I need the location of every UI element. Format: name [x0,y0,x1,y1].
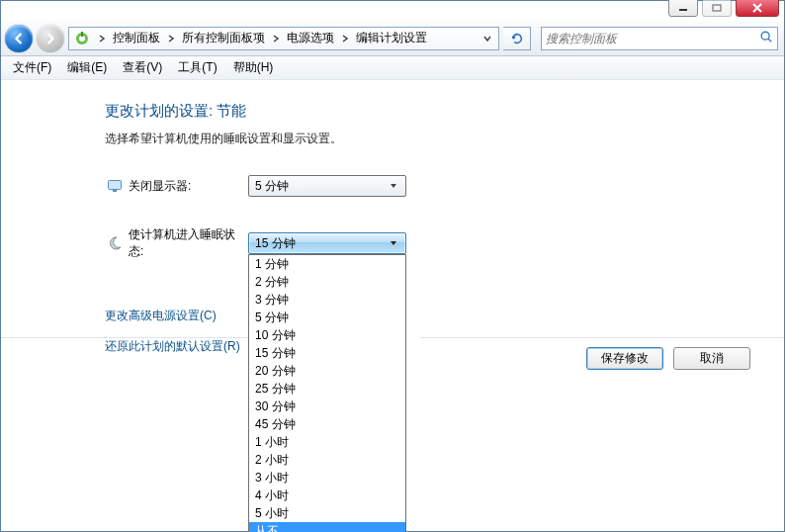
sleep-option[interactable]: 20 分钟 [249,362,405,380]
crumb-all-items[interactable]: 所有控制面板项 [178,28,269,49]
sleep-option[interactable]: 2 小时 [249,451,405,469]
chevron-right-icon [269,28,283,49]
display-off-label: 关闭显示器: [125,178,248,195]
advanced-settings-link[interactable]: 更改高级电源设置(C) [105,308,784,324]
address-dropdown-button[interactable] [479,28,496,49]
refresh-button[interactable] [503,27,531,50]
power-options-icon [73,30,91,47]
page-title: 更改计划的设置: 节能 [105,102,784,121]
maximize-button[interactable] [702,0,732,17]
sleep-option[interactable]: 2 分钟 [249,273,405,291]
menu-tools[interactable]: 工具(T) [172,57,222,78]
page-subtitle: 选择希望计算机使用的睡眠设置和显示设置。 [105,131,784,147]
menu-file[interactable]: 文件(F) [7,57,57,78]
sleep-option[interactable]: 5 分钟 [249,309,405,326]
svg-line-6 [768,39,771,42]
sleep-value: 15 分钟 [255,235,386,252]
menu-view[interactable]: 查看(V) [117,57,168,78]
divider [420,337,784,338]
minimize-button[interactable] [668,0,698,17]
svg-rect-4 [81,32,83,37]
sleep-dropdown: 1 分钟2 分钟3 分钟5 分钟10 分钟15 分钟20 分钟25 分钟30 分… [248,254,406,532]
sleep-option[interactable]: 1 小时 [249,433,405,451]
cancel-button[interactable]: 取消 [673,347,750,370]
chevron-right-icon [338,28,352,49]
sleep-option[interactable]: 15 分钟 [249,344,405,362]
sleep-option[interactable]: 3 小时 [249,469,405,487]
address-bar[interactable]: 控制面板 所有控制面板项 电源选项 编辑计划设置 [68,27,499,50]
sleep-option[interactable]: 从不 [249,522,405,532]
sleep-option[interactable]: 30 分钟 [249,398,405,415]
action-buttons: 保存修改 取消 [586,347,750,370]
display-off-row: 关闭显示器: 5 分钟 [105,175,784,197]
navigation-bar: 控制面板 所有控制面板项 电源选项 编辑计划设置 [1,21,784,56]
chevron-right-icon [95,28,109,49]
control-panel-window: 控制面板 所有控制面板项 电源选项 编辑计划设置 [0,0,785,532]
sleep-row: 使计算机进入睡眠状态: 15 分钟 1 分钟2 分钟3 分钟5 分钟10 分钟1… [105,226,784,260]
svg-rect-1 [713,5,721,11]
chevron-right-icon [164,28,178,49]
content-area: 更改计划的设置: 节能 选择希望计算机使用的睡眠设置和显示设置。 关闭显示器: … [1,80,784,531]
svg-rect-8 [113,190,117,192]
divider [1,337,262,338]
crumb-power-options[interactable]: 电源选项 [283,28,338,49]
sleep-option[interactable]: 3 分钟 [249,291,405,309]
search-icon[interactable] [759,30,773,46]
svg-rect-0 [679,9,687,11]
display-off-combo[interactable]: 5 分钟 [248,175,406,197]
sleep-option[interactable]: 4 小时 [249,487,405,504]
close-button[interactable] [736,0,779,17]
sleep-option[interactable]: 5 小时 [249,504,405,522]
menu-edit[interactable]: 编辑(E) [61,57,113,78]
monitor-icon [105,178,125,194]
display-off-value: 5 分钟 [255,178,386,195]
search-input[interactable] [546,32,759,45]
sleep-icon [105,235,125,251]
menu-bar: 文件(F) 编辑(E) 查看(V) 工具(T) 帮助(H) [1,56,784,80]
search-box[interactable] [541,27,778,50]
svg-rect-7 [109,181,122,190]
sleep-label: 使计算机进入睡眠状态: [125,226,248,260]
sleep-option[interactable]: 10 分钟 [249,326,405,344]
sleep-option[interactable]: 45 分钟 [249,415,405,433]
crumb-control-panel[interactable]: 控制面板 [109,28,164,49]
save-button[interactable]: 保存修改 [586,347,663,370]
svg-point-5 [761,32,769,40]
menu-help[interactable]: 帮助(H) [227,57,280,78]
forward-button [37,25,64,52]
chevron-down-icon [386,177,401,195]
chevron-down-icon [386,234,401,252]
back-button[interactable] [5,25,33,52]
sleep-option[interactable]: 1 分钟 [249,255,405,273]
crumb-edit-plan[interactable]: 编辑计划设置 [352,28,431,49]
sleep-option[interactable]: 25 分钟 [249,380,405,398]
sleep-combo[interactable]: 15 分钟 1 分钟2 分钟3 分钟5 分钟10 分钟15 分钟20 分钟25 … [248,232,406,254]
window-controls [668,0,779,17]
